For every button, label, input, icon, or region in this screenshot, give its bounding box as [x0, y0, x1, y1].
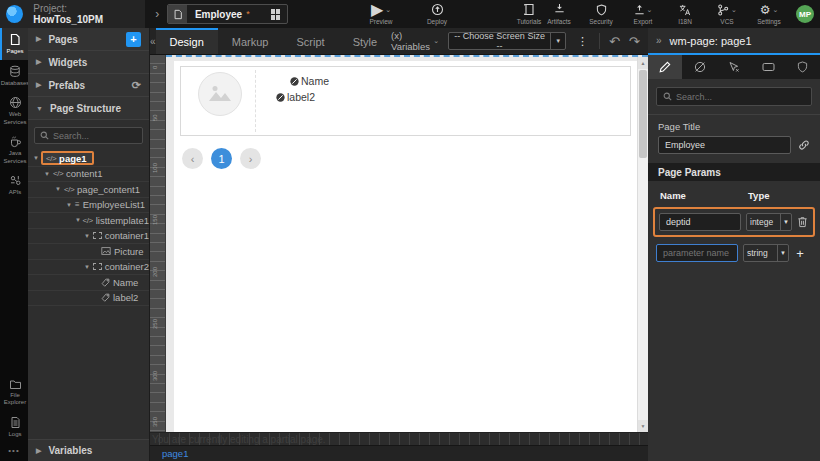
rail-item-file-explorer[interactable]: File Explorer: [0, 374, 28, 411]
tree-node-picture[interactable]: Picture: [28, 244, 149, 260]
caret-right-icon: ▶: [36, 447, 41, 455]
section-page-structure[interactable]: ▼ Page Structure: [28, 97, 149, 120]
tree-node-content1[interactable]: ▼ </> content1: [28, 167, 149, 183]
rail-item-databases[interactable]: Databases: [0, 60, 28, 92]
tab-styles[interactable]: [682, 55, 716, 79]
tab-markup[interactable]: Markup: [218, 28, 283, 54]
tutorials-button[interactable]: Tutorials: [514, 3, 544, 25]
i18n-button[interactable]: I18N: [670, 3, 700, 25]
list-pagination: ‹ 1 ›: [182, 148, 637, 169]
device-icon: [762, 62, 775, 72]
chevron-down-icon: ⌄: [731, 6, 737, 14]
settings-button[interactable]: ⚙⌄ Settings: [754, 3, 784, 25]
list-picture-cell[interactable]: [184, 70, 256, 132]
preview-button[interactable]: ▶⌄ Preview: [366, 3, 396, 25]
caret-down-icon: ▼: [55, 186, 63, 192]
properties-panel: » wm-page: page1 Page Title: [648, 28, 820, 461]
tree-node-employeelist1[interactable]: ▼ ≡ EmployeeList1: [28, 198, 149, 214]
collapse-right-panel-icon[interactable]: »: [656, 35, 662, 46]
caret-down-icon: ▼: [44, 171, 52, 177]
undo-icon[interactable]: ↶: [609, 34, 620, 49]
properties-header: » wm-page: page1: [648, 28, 820, 55]
picture-icon: [101, 247, 111, 255]
caret-down-icon: ▼: [75, 217, 82, 223]
artifacts-button[interactable]: Artifacts: [544, 3, 574, 25]
vcs-branch-icon: [717, 4, 729, 16]
rail-item-java-services[interactable]: Java Services: [0, 130, 28, 169]
dropdown-arrow-icon: ▼: [550, 33, 565, 49]
delete-param-trash-icon[interactable]: [797, 216, 808, 228]
section-widgets[interactable]: ▶ Widgets: [28, 51, 149, 74]
tree-node-container1[interactable]: ▼ container1: [28, 229, 149, 245]
security-shield-icon: [596, 3, 607, 16]
tab-properties[interactable]: [648, 55, 682, 79]
rail-item-web-services[interactable]: Web Services: [0, 91, 28, 130]
tree-node-name[interactable]: Name: [28, 275, 149, 291]
tree-node-page-content1[interactable]: ▼ </> page_content1: [28, 182, 149, 198]
vertical-ruler: 0 50 100 150 200 250 300 350: [150, 55, 166, 432]
structure-search[interactable]: [34, 127, 143, 144]
add-param-icon[interactable]: +: [794, 246, 806, 261]
label2-widget[interactable]: label2: [276, 91, 619, 103]
tab-script[interactable]: Script: [283, 28, 339, 54]
tree-node-listtemplate1[interactable]: ▼ </> listtemplate1: [28, 213, 149, 229]
security-button[interactable]: Security: [586, 3, 616, 25]
more-options-icon[interactable]: •••: [0, 442, 28, 461]
user-avatar[interactable]: MP: [796, 5, 814, 23]
project-name: Project: HowTos_10PM: [33, 3, 135, 25]
modified-marker: *: [246, 9, 250, 19]
pagination-prev-button[interactable]: ‹: [182, 148, 203, 169]
add-page-button[interactable]: +: [126, 32, 141, 47]
tree-node-page1[interactable]: ▼ </> page1: [28, 151, 149, 167]
bind-link-icon[interactable]: [798, 139, 810, 151]
left-panel: ▶ Pages + ▶ Widgets ▶ Prefabs ⟳ ▼ Page S…: [28, 28, 150, 461]
pagination-next-button[interactable]: ›: [240, 148, 261, 169]
section-prefabs[interactable]: ▶ Prefabs ⟳: [28, 74, 149, 97]
wavemaker-logo-icon[interactable]: [6, 5, 23, 23]
redo-icon[interactable]: ↷: [629, 34, 640, 49]
scroll-up-icon[interactable]: ▲: [638, 57, 648, 69]
deploy-button[interactable]: Deploy: [422, 3, 452, 25]
refresh-icon[interactable]: ⟳: [132, 79, 141, 92]
section-variables[interactable]: ▶ Variables: [28, 439, 149, 461]
vcs-button[interactable]: ⌄ VCS: [712, 3, 742, 25]
tab-style[interactable]: Style: [339, 28, 391, 54]
section-pages[interactable]: ▶ Pages +: [28, 28, 149, 51]
page-title-input[interactable]: [658, 136, 791, 154]
list-widget[interactable]: Name label2: [180, 66, 631, 136]
structure-search-input[interactable]: [53, 131, 137, 141]
picture-placeholder-icon[interactable]: [198, 72, 242, 116]
new-param-name-input[interactable]: [656, 244, 738, 262]
param-type-select[interactable]: intege ▼: [746, 213, 792, 231]
tree-node-label2[interactable]: label2: [28, 291, 149, 307]
rail-item-apis[interactable]: APIs: [0, 169, 28, 201]
variables-dropdown[interactable]: (x) Variables⌄: [391, 30, 439, 52]
name-widget[interactable]: Name: [290, 75, 619, 87]
properties-search[interactable]: [656, 87, 812, 106]
page-title-label: Page Title: [648, 121, 820, 132]
grid-icon[interactable]: [271, 9, 280, 20]
tab-security[interactable]: [786, 55, 820, 79]
page-selector[interactable]: Employee *: [167, 4, 288, 24]
pages-icon: [9, 33, 21, 46]
tab-device[interactable]: [751, 55, 785, 79]
design-canvas[interactable]: Name label2 ‹ 1 ›: [166, 55, 648, 432]
tab-events[interactable]: [717, 55, 751, 79]
breadcrumb-page1[interactable]: page1: [162, 448, 188, 459]
param-name-input[interactable]: [659, 213, 741, 231]
screen-size-dropdown[interactable]: -- Choose Screen Size -- ▼: [448, 32, 566, 50]
properties-search-input[interactable]: [676, 92, 805, 102]
page-preview[interactable]: Name label2 ‹ 1 ›: [174, 61, 637, 432]
rail-item-pages[interactable]: Pages: [0, 28, 28, 60]
tutorials-icon: [524, 3, 535, 16]
scroll-down-icon[interactable]: ▼: [638, 420, 648, 432]
canvas-scrollbar[interactable]: ▲ ▼: [637, 57, 648, 432]
new-param-type-select[interactable]: string ▼: [743, 244, 789, 262]
scrollbar-thumb[interactable]: [639, 70, 647, 158]
more-actions-icon[interactable]: ⋮: [575, 35, 590, 48]
export-button[interactable]: ⌄ Export: [628, 3, 658, 25]
tree-node-container2[interactable]: ▼ container2: [28, 260, 149, 276]
rail-item-logs[interactable]: Logs: [0, 411, 28, 443]
pagination-page-1[interactable]: 1: [211, 148, 232, 169]
tab-design[interactable]: Design: [156, 28, 218, 54]
